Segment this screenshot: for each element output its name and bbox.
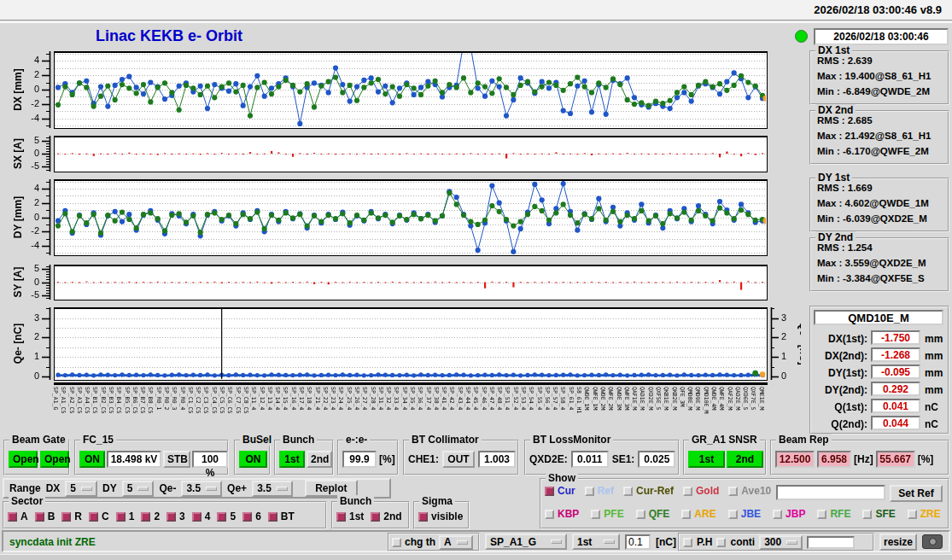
count-select[interactable]: 300 xyxy=(759,535,803,550)
checkbox-indicator[interactable] xyxy=(636,510,645,519)
range-dy-select[interactable]: 5 xyxy=(122,481,155,497)
show-jbp-checkbox[interactable]: JBP xyxy=(773,508,805,520)
sector-r-checkbox[interactable]: R xyxy=(61,510,82,522)
show-zre-checkbox[interactable]: ZRE xyxy=(908,508,941,520)
sector-3-checkbox[interactable]: 3 xyxy=(166,510,185,522)
show-are-checkbox[interactable]: ARE xyxy=(681,508,715,520)
bunch-1st-button[interactable]: 1st xyxy=(279,451,305,468)
checkbox-indicator[interactable] xyxy=(728,510,738,519)
fc15-stb-button[interactable]: STB xyxy=(163,451,190,468)
checkbox-indicator[interactable] xyxy=(192,512,201,522)
checkbox-indicator[interactable] xyxy=(141,512,150,522)
checkbox-indicator[interactable] xyxy=(773,510,782,519)
replot-button[interactable]: Replot xyxy=(305,480,358,497)
fc15-on-button[interactable]: ON xyxy=(79,451,105,468)
bpm-label-sp-51-4: SP_51_4 xyxy=(504,387,511,410)
checkbox-indicator[interactable] xyxy=(166,512,176,522)
snsr-1st-button[interactable]: 1st xyxy=(688,451,725,468)
sector-2-checkbox[interactable]: 2 xyxy=(141,510,160,522)
checkbox-indicator[interactable] xyxy=(728,487,738,496)
sector-b-checkbox[interactable]: B xyxy=(35,510,55,522)
sector-bt-checkbox[interactable]: BT xyxy=(268,510,295,522)
che1-out-button[interactable]: OUT xyxy=(442,451,475,468)
group-title: BuSel xyxy=(240,434,274,446)
bpm-label-sp-56-4: SP_56_4 xyxy=(544,387,551,410)
checkbox-indicator[interactable] xyxy=(242,512,252,522)
sector-6-checkbox[interactable]: 6 xyxy=(242,510,261,522)
camera-icon[interactable] xyxy=(922,534,943,549)
checkbox-indicator[interactable] xyxy=(623,487,633,496)
bpm-label-sp-23-4: SP_23_4 xyxy=(330,387,336,410)
collimator-value: 1.003 xyxy=(478,451,516,468)
show-jbe-checkbox[interactable]: JBE xyxy=(728,508,761,520)
checkbox-indicator[interactable] xyxy=(35,512,44,522)
checkbox-indicator[interactable] xyxy=(683,487,692,496)
checkbox-indicator[interactable] xyxy=(418,512,428,522)
checkbox-indicator[interactable] xyxy=(591,510,600,519)
chg-th-select[interactable]: A xyxy=(439,535,473,550)
bpm-label-sp-a3-c5: SP_A3_C5 xyxy=(76,387,83,413)
checkbox-indicator[interactable] xyxy=(817,510,826,519)
conti-label: conti xyxy=(730,536,755,548)
show-rfe-checkbox[interactable]: RFE xyxy=(817,508,850,520)
sigma-visible-checkbox[interactable]: visible xyxy=(418,510,463,522)
range-qep-select[interactable]: 3.5 xyxy=(252,481,293,497)
bpm-select[interactable]: SP_A1_G xyxy=(485,534,567,550)
range-qem-select[interactable]: 3.5 xyxy=(181,481,222,497)
chg-th-checkbox[interactable] xyxy=(392,538,401,547)
sector-5-checkbox[interactable]: 5 xyxy=(217,510,236,522)
checkbox-indicator[interactable] xyxy=(545,487,554,496)
show-pfe-checkbox[interactable]: PFE xyxy=(591,508,623,520)
show-cur-checkbox[interactable]: Cur xyxy=(545,485,575,497)
snsr-2nd-button[interactable]: 2nd xyxy=(727,451,763,468)
bunch-select[interactable]: 1st xyxy=(572,534,620,550)
show-sfe-checkbox[interactable]: SFE xyxy=(862,508,895,520)
sector-a-checkbox[interactable]: A xyxy=(8,510,28,522)
show-ave10-checkbox[interactable]: Ave10 xyxy=(728,485,771,497)
show-kbp-checkbox[interactable]: KBP xyxy=(545,508,579,520)
bunch-1st-checkbox[interactable]: 1st xyxy=(336,510,364,522)
bpm-label-sp-22-4: SP_22_4 xyxy=(322,387,329,410)
checkbox-indicator[interactable] xyxy=(862,510,872,519)
monitor-unit: mm xyxy=(925,333,943,345)
beam-gate-2-button[interactable]: Open xyxy=(40,451,69,468)
ref-name-input[interactable] xyxy=(776,485,885,500)
show-ref-checkbox[interactable]: Ref xyxy=(585,485,614,497)
show-gold-checkbox[interactable]: Gold xyxy=(683,485,719,497)
stats-max: Max : 21.492@S8_61_H1 xyxy=(817,131,931,141)
checkbox-indicator[interactable] xyxy=(268,512,277,522)
range-dx-select[interactable]: 5 xyxy=(65,481,97,497)
extra-input[interactable] xyxy=(807,536,855,549)
checkbox-indicator[interactable] xyxy=(585,487,594,496)
threshold-unit: [nC] xyxy=(656,536,676,548)
checkbox-indicator[interactable] xyxy=(908,510,917,519)
checkbox-indicator[interactable] xyxy=(371,512,380,522)
checkbox-indicator[interactable] xyxy=(336,512,346,522)
sector-1-checkbox[interactable]: 1 xyxy=(116,510,135,522)
bpm-label-sp-c8-c5: SP_C8_C5 xyxy=(242,387,249,413)
checkbox-indicator[interactable] xyxy=(545,510,554,519)
beam-gate-1-button[interactable]: Open xyxy=(9,451,38,468)
show-zre-label: ZRE xyxy=(920,508,941,520)
sector-1-label: 1 xyxy=(129,510,135,522)
checkbox-indicator[interactable] xyxy=(8,512,17,522)
checkbox-indicator[interactable] xyxy=(116,512,126,522)
sector-c-checkbox[interactable]: C xyxy=(89,510,109,522)
conti-checkbox[interactable] xyxy=(716,538,726,547)
bunch-2nd-button[interactable]: 2nd xyxy=(307,451,332,468)
ph-checkbox[interactable] xyxy=(683,538,692,547)
bunch-2nd-checkbox[interactable]: 2nd xyxy=(371,510,401,522)
sector-4-checkbox[interactable]: 4 xyxy=(192,510,211,522)
show-cur-ref-checkbox[interactable]: Cur-Ref xyxy=(623,485,674,497)
show-qfe-checkbox[interactable]: QFE xyxy=(636,508,670,520)
resize-button[interactable]: resize xyxy=(879,534,917,551)
busel-on-button[interactable]: ON xyxy=(239,451,267,468)
checkbox-indicator[interactable] xyxy=(61,512,71,522)
checkbox-indicator[interactable] xyxy=(89,512,98,522)
threshold-input[interactable] xyxy=(625,534,651,550)
set-ref-button[interactable]: Set Ref xyxy=(890,485,943,502)
checkbox-indicator[interactable] xyxy=(217,512,226,522)
bpm-label-qxf7e-s: QXF7E_S xyxy=(750,387,756,410)
bpm-label-sp-14-4: SP_14_4 xyxy=(274,387,281,410)
checkbox-indicator[interactable] xyxy=(681,510,691,519)
